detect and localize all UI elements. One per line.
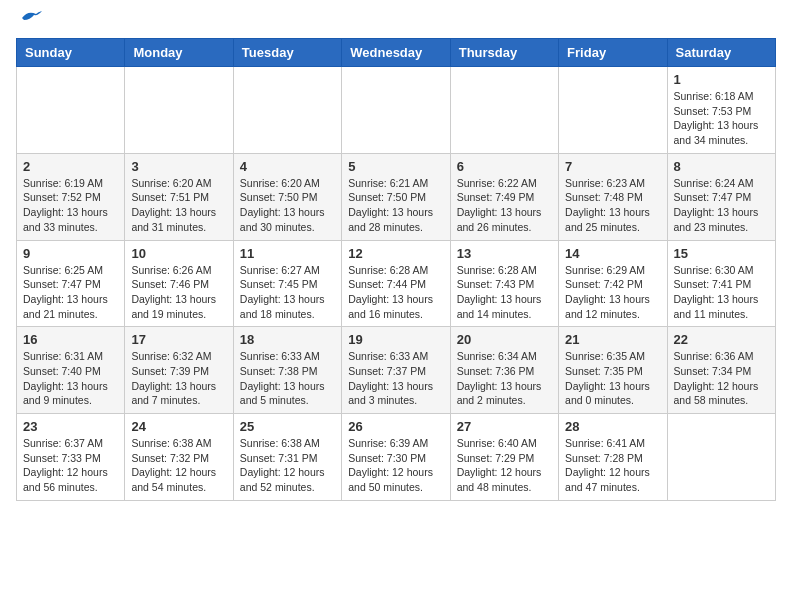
weekday-header-thursday: Thursday bbox=[450, 39, 558, 67]
logo bbox=[16, 16, 42, 26]
day-cell: 16Sunrise: 6:31 AM Sunset: 7:40 PM Dayli… bbox=[17, 327, 125, 414]
day-cell: 23Sunrise: 6:37 AM Sunset: 7:33 PM Dayli… bbox=[17, 414, 125, 501]
day-number: 20 bbox=[457, 332, 552, 347]
day-number: 25 bbox=[240, 419, 335, 434]
day-cell bbox=[125, 67, 233, 154]
day-number: 10 bbox=[131, 246, 226, 261]
day-number: 4 bbox=[240, 159, 335, 174]
day-info: Sunrise: 6:27 AM Sunset: 7:45 PM Dayligh… bbox=[240, 263, 335, 322]
day-number: 18 bbox=[240, 332, 335, 347]
day-info: Sunrise: 6:29 AM Sunset: 7:42 PM Dayligh… bbox=[565, 263, 660, 322]
day-cell: 6Sunrise: 6:22 AM Sunset: 7:49 PM Daylig… bbox=[450, 153, 558, 240]
bird-icon bbox=[20, 10, 42, 26]
day-cell: 7Sunrise: 6:23 AM Sunset: 7:48 PM Daylig… bbox=[559, 153, 667, 240]
day-number: 27 bbox=[457, 419, 552, 434]
day-number: 13 bbox=[457, 246, 552, 261]
day-number: 7 bbox=[565, 159, 660, 174]
day-number: 2 bbox=[23, 159, 118, 174]
weekday-header-friday: Friday bbox=[559, 39, 667, 67]
day-number: 16 bbox=[23, 332, 118, 347]
day-number: 14 bbox=[565, 246, 660, 261]
day-cell: 22Sunrise: 6:36 AM Sunset: 7:34 PM Dayli… bbox=[667, 327, 775, 414]
weekday-header-wednesday: Wednesday bbox=[342, 39, 450, 67]
week-row: 23Sunrise: 6:37 AM Sunset: 7:33 PM Dayli… bbox=[17, 414, 776, 501]
day-info: Sunrise: 6:24 AM Sunset: 7:47 PM Dayligh… bbox=[674, 176, 769, 235]
day-cell: 1Sunrise: 6:18 AM Sunset: 7:53 PM Daylig… bbox=[667, 67, 775, 154]
day-cell: 19Sunrise: 6:33 AM Sunset: 7:37 PM Dayli… bbox=[342, 327, 450, 414]
day-cell: 21Sunrise: 6:35 AM Sunset: 7:35 PM Dayli… bbox=[559, 327, 667, 414]
day-info: Sunrise: 6:26 AM Sunset: 7:46 PM Dayligh… bbox=[131, 263, 226, 322]
weekday-header-tuesday: Tuesday bbox=[233, 39, 341, 67]
day-cell: 26Sunrise: 6:39 AM Sunset: 7:30 PM Dayli… bbox=[342, 414, 450, 501]
day-cell: 4Sunrise: 6:20 AM Sunset: 7:50 PM Daylig… bbox=[233, 153, 341, 240]
day-info: Sunrise: 6:38 AM Sunset: 7:32 PM Dayligh… bbox=[131, 436, 226, 495]
day-cell: 18Sunrise: 6:33 AM Sunset: 7:38 PM Dayli… bbox=[233, 327, 341, 414]
week-row: 9Sunrise: 6:25 AM Sunset: 7:47 PM Daylig… bbox=[17, 240, 776, 327]
day-info: Sunrise: 6:30 AM Sunset: 7:41 PM Dayligh… bbox=[674, 263, 769, 322]
week-row: 2Sunrise: 6:19 AM Sunset: 7:52 PM Daylig… bbox=[17, 153, 776, 240]
day-cell: 15Sunrise: 6:30 AM Sunset: 7:41 PM Dayli… bbox=[667, 240, 775, 327]
day-number: 5 bbox=[348, 159, 443, 174]
day-cell: 28Sunrise: 6:41 AM Sunset: 7:28 PM Dayli… bbox=[559, 414, 667, 501]
day-cell: 14Sunrise: 6:29 AM Sunset: 7:42 PM Dayli… bbox=[559, 240, 667, 327]
page-header bbox=[16, 16, 776, 26]
day-info: Sunrise: 6:34 AM Sunset: 7:36 PM Dayligh… bbox=[457, 349, 552, 408]
day-info: Sunrise: 6:36 AM Sunset: 7:34 PM Dayligh… bbox=[674, 349, 769, 408]
day-cell: 8Sunrise: 6:24 AM Sunset: 7:47 PM Daylig… bbox=[667, 153, 775, 240]
day-info: Sunrise: 6:32 AM Sunset: 7:39 PM Dayligh… bbox=[131, 349, 226, 408]
day-info: Sunrise: 6:33 AM Sunset: 7:38 PM Dayligh… bbox=[240, 349, 335, 408]
day-cell: 24Sunrise: 6:38 AM Sunset: 7:32 PM Dayli… bbox=[125, 414, 233, 501]
day-info: Sunrise: 6:31 AM Sunset: 7:40 PM Dayligh… bbox=[23, 349, 118, 408]
day-cell: 10Sunrise: 6:26 AM Sunset: 7:46 PM Dayli… bbox=[125, 240, 233, 327]
weekday-header-monday: Monday bbox=[125, 39, 233, 67]
day-info: Sunrise: 6:41 AM Sunset: 7:28 PM Dayligh… bbox=[565, 436, 660, 495]
week-row: 1Sunrise: 6:18 AM Sunset: 7:53 PM Daylig… bbox=[17, 67, 776, 154]
day-cell: 27Sunrise: 6:40 AM Sunset: 7:29 PM Dayli… bbox=[450, 414, 558, 501]
day-cell: 17Sunrise: 6:32 AM Sunset: 7:39 PM Dayli… bbox=[125, 327, 233, 414]
day-number: 28 bbox=[565, 419, 660, 434]
day-info: Sunrise: 6:33 AM Sunset: 7:37 PM Dayligh… bbox=[348, 349, 443, 408]
day-number: 22 bbox=[674, 332, 769, 347]
day-info: Sunrise: 6:28 AM Sunset: 7:44 PM Dayligh… bbox=[348, 263, 443, 322]
day-number: 26 bbox=[348, 419, 443, 434]
day-info: Sunrise: 6:38 AM Sunset: 7:31 PM Dayligh… bbox=[240, 436, 335, 495]
day-number: 15 bbox=[674, 246, 769, 261]
day-cell: 2Sunrise: 6:19 AM Sunset: 7:52 PM Daylig… bbox=[17, 153, 125, 240]
day-info: Sunrise: 6:22 AM Sunset: 7:49 PM Dayligh… bbox=[457, 176, 552, 235]
day-number: 19 bbox=[348, 332, 443, 347]
day-cell bbox=[17, 67, 125, 154]
day-cell bbox=[233, 67, 341, 154]
weekday-header-sunday: Sunday bbox=[17, 39, 125, 67]
day-cell: 5Sunrise: 6:21 AM Sunset: 7:50 PM Daylig… bbox=[342, 153, 450, 240]
day-info: Sunrise: 6:25 AM Sunset: 7:47 PM Dayligh… bbox=[23, 263, 118, 322]
day-info: Sunrise: 6:23 AM Sunset: 7:48 PM Dayligh… bbox=[565, 176, 660, 235]
weekday-header-saturday: Saturday bbox=[667, 39, 775, 67]
day-info: Sunrise: 6:35 AM Sunset: 7:35 PM Dayligh… bbox=[565, 349, 660, 408]
day-cell: 11Sunrise: 6:27 AM Sunset: 7:45 PM Dayli… bbox=[233, 240, 341, 327]
day-number: 9 bbox=[23, 246, 118, 261]
day-cell: 20Sunrise: 6:34 AM Sunset: 7:36 PM Dayli… bbox=[450, 327, 558, 414]
day-number: 11 bbox=[240, 246, 335, 261]
day-cell bbox=[450, 67, 558, 154]
day-cell: 12Sunrise: 6:28 AM Sunset: 7:44 PM Dayli… bbox=[342, 240, 450, 327]
day-number: 23 bbox=[23, 419, 118, 434]
day-info: Sunrise: 6:21 AM Sunset: 7:50 PM Dayligh… bbox=[348, 176, 443, 235]
day-cell: 25Sunrise: 6:38 AM Sunset: 7:31 PM Dayli… bbox=[233, 414, 341, 501]
day-info: Sunrise: 6:20 AM Sunset: 7:51 PM Dayligh… bbox=[131, 176, 226, 235]
day-number: 24 bbox=[131, 419, 226, 434]
day-info: Sunrise: 6:28 AM Sunset: 7:43 PM Dayligh… bbox=[457, 263, 552, 322]
week-row: 16Sunrise: 6:31 AM Sunset: 7:40 PM Dayli… bbox=[17, 327, 776, 414]
day-info: Sunrise: 6:40 AM Sunset: 7:29 PM Dayligh… bbox=[457, 436, 552, 495]
day-number: 12 bbox=[348, 246, 443, 261]
day-number: 17 bbox=[131, 332, 226, 347]
day-number: 21 bbox=[565, 332, 660, 347]
day-info: Sunrise: 6:18 AM Sunset: 7:53 PM Dayligh… bbox=[674, 89, 769, 148]
day-info: Sunrise: 6:20 AM Sunset: 7:50 PM Dayligh… bbox=[240, 176, 335, 235]
calendar-table: SundayMondayTuesdayWednesdayThursdayFrid… bbox=[16, 38, 776, 501]
day-info: Sunrise: 6:19 AM Sunset: 7:52 PM Dayligh… bbox=[23, 176, 118, 235]
day-cell: 9Sunrise: 6:25 AM Sunset: 7:47 PM Daylig… bbox=[17, 240, 125, 327]
day-number: 1 bbox=[674, 72, 769, 87]
day-cell: 3Sunrise: 6:20 AM Sunset: 7:51 PM Daylig… bbox=[125, 153, 233, 240]
day-info: Sunrise: 6:39 AM Sunset: 7:30 PM Dayligh… bbox=[348, 436, 443, 495]
day-number: 3 bbox=[131, 159, 226, 174]
